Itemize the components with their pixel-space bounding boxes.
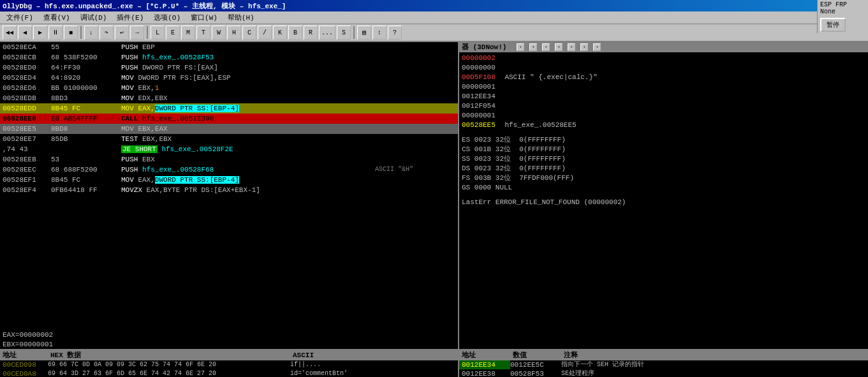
tb-S[interactable]: S [337,26,351,40]
reg-nav-left6[interactable]: ‹ [580,43,588,51]
tb-K[interactable]: K [273,26,287,40]
stack-row[interactable]: 0012EE34 0012EE5C 指向下一个 SEH 记录的指针 [459,360,868,369]
reg-edx: 00D5F108 ASCII " {.exec|calc.}" [462,73,865,82]
disasm-row[interactable]: 00528EE7 85DB TEST EBX,EBX [0,134,458,144]
hex-ascii-header: ASCII [290,350,316,360]
stack-addr-header: 地址 [459,350,510,360]
tb-sep2 [147,26,148,39]
lasterr: LastErr ERROR_FILE_NOT_FOUND (00000002) [462,198,865,207]
bottom-section: 地址 HEX 数据 ASCII 00CED098 69 66 7C 0D 0A … [0,349,868,377]
stack-pane: 地址 数值 注释 0012EE34 0012EE5C 指向下一个 SEH 记录的… [459,350,868,377]
ebx-display: EBX=00000001 [0,339,458,349]
menu-window[interactable]: 窗口(W) [186,11,223,24]
stack-val-header: 数值 [510,350,561,360]
reg-ebp: 0012F054 [462,101,865,111]
reg-nav-left3[interactable]: ‹ [542,43,550,51]
reg-nav-left5[interactable]: ‹ [568,43,575,51]
reg-eip: 00528EE5 hfs_exe_.00528EE5 [462,121,865,130]
disasm-row[interactable]: 00528ED4 64:8920 MOV DWORD PTR FS:[EAX],… [0,73,458,83]
menu-bar: 文件(F) 查看(V) 调试(D) 插件(E) 选项(O) 窗口(W) 帮助(H… [0,11,868,24]
tb-R[interactable]: R [304,26,318,40]
tb-step-over[interactable]: ↷ [99,26,114,40]
tb-step-back[interactable]: ◀ [18,26,32,40]
menu-options[interactable]: 选项(O) [149,11,186,24]
reg-gs: GS 0000 NULL [462,183,865,193]
reg-nav-left2[interactable]: ‹ [529,43,537,51]
disasm-row[interactable]: ,74 43 JE SHORT hfs_exe_.00528F2E [0,144,458,154]
tb-run[interactable]: ▶ [33,26,47,40]
tb-C[interactable]: C [242,26,256,40]
registers-body: 00000002 00000000 00D5F108 ASCII " {.exe… [459,52,868,349]
reg-fs: FS 003B 32位 7FFDF000(FFF) [462,174,865,183]
eax-display: EAX=00000002 [0,330,458,339]
tb-stop[interactable]: ■ [64,26,78,40]
tb-sep1 [80,26,82,39]
menu-debug[interactable]: 调试(D) [75,11,112,24]
tb-q[interactable]: ? [388,26,402,40]
disasm-row[interactable]: 00528EE5 8BD8 MOV EBX,EAX [0,124,458,134]
menu-view[interactable]: 查看(V) [38,11,75,24]
hex-addr-header: 地址 [0,350,48,360]
hex-row[interactable]: 00CED098 69 66 7C 0D 0A 09 09 3C 62 75 7… [0,360,458,369]
tb-W[interactable]: W [212,26,226,40]
disasm-row[interactable]: 00528ECA 55 PUSH EBP [0,42,458,52]
menu-file[interactable]: 文件(F) [1,11,38,24]
hex-header: 地址 HEX 数据 ASCII [0,350,458,360]
registers-title: 器 (3DNow!) [462,42,506,52]
toolbar: ◀◀ ◀ ▶ ⏸ ■ ↓ ↷ ↩ → L E M T W H C / K B R… [0,24,868,42]
reg-ss: SS 0023 32位 0(FFFFFFFF) [462,154,865,164]
reg-cs: CS 001B 32位 0(FFFFFFFF) [462,145,865,154]
reg-nav-left4[interactable]: ‹ [555,43,563,51]
hex-data-header: HEX 数据 [48,350,290,360]
reg-eax: 00000002 [462,54,865,63]
reg-nav-right1[interactable]: › [593,43,601,51]
reg-ebx: 00000001 [462,82,865,92]
tb-restart[interactable]: ◀◀ [3,26,17,40]
menu-plugin[interactable]: 插件(E) [112,11,149,24]
tb-H[interactable]: H [227,26,241,40]
disasm-row-current-eip[interactable]: 00528EE0 E8 AB54FFFF CALL hfs_exe_.0051E… [0,114,458,124]
menu-help[interactable]: 帮助(H) [223,11,260,24]
reg-esi: 00000001 [462,111,865,121]
tb-sep3 [353,26,355,39]
reg-esp: 0012EE34 [462,92,865,101]
tb-L[interactable]: L [151,26,165,40]
disasm-row[interactable]: 00528ECB 68 538F5200 PUSH hfs_exe_.00528… [0,52,458,63]
reg-nav-left1[interactable]: ‹ [517,43,524,51]
tb-ptr[interactable]: ↕ [372,26,386,40]
tb-run-to2[interactable]: → [130,26,144,40]
title-bar: OllyDbg – hfs.exe.unpacked_.exe – [*C.P.… [0,0,868,11]
tb-B[interactable]: B [288,26,302,40]
disasm-row[interactable]: 00528ED6 BB 01000000 MOV EBX,1 [0,83,458,93]
tb-T[interactable]: T [196,26,210,40]
stack-header: 地址 数值 注释 [459,350,868,360]
tb-slash[interactable]: / [258,26,272,40]
disasm-row[interactable]: 00528EF1 8B45 FC MOV EAX,DWORD PTR SS:[E… [0,175,458,185]
disasm-row[interactable]: 00528EF4 0FB64418 FF MOVZX EAX,BYTE PTR … [0,185,458,195]
disasm-row[interactable]: 00528EDB 8BD3 MOV EDX,EBX [0,93,458,103]
tb-grid[interactable]: ▤ [357,26,371,40]
disasm-row[interactable]: 00528EEC 68 688F5200 PUSH hfs_exe_.00528… [0,165,458,175]
reg-ecx: 00000000 [462,63,865,73]
disasm-row[interactable]: 00528ED0 64:FF30 PUSH DWORD PTR FS:[EAX] [0,63,458,73]
reg-es: ES 0023 32位 0(FFFFFFFF) [462,135,865,145]
hex-dump-pane: 地址 HEX 数据 ASCII 00CED098 69 66 7C 0D 0A … [0,350,459,377]
tb-M[interactable]: M [181,26,195,40]
registers-header: 器 (3DNow!) ‹ ‹ ‹ ‹ ‹ ‹ › [459,42,868,52]
stack-comment-header: 注释 [561,350,580,360]
tb-dots[interactable]: ... [319,26,335,40]
registers-pane: 器 (3DNow!) ‹ ‹ ‹ ‹ ‹ ‹ › 00000002 000000… [459,42,868,349]
disasm-row[interactable]: 00528EDD 8B45 FC MOV EAX,DWORD PTR SS:[E… [0,103,458,114]
tb-run-to[interactable]: ↩ [115,26,129,40]
disassembly-pane: 00528ECA 55 PUSH EBP 00528ECB 68 538F520… [0,42,459,349]
hex-row[interactable]: 00CED0A8 69 64 3D 27 63 6F 6D 65 6E 74 4… [0,369,458,377]
stack-row[interactable]: 0012EE38 00528F53 SE处理程序 [459,369,868,377]
reg-ds: DS 0023 32位 0(FFFFFFFF) [462,164,865,174]
tb-pause[interactable]: ⏸ [48,26,63,40]
title-text: OllyDbg – hfs.exe.unpacked_.exe – [*C.P.… [3,1,286,11]
disasm-row[interactable]: 00528EEB 53 PUSH EBX [0,154,458,165]
main-area: 00528ECA 55 PUSH EBP 00528ECB 68 538F520… [0,42,868,349]
disasm-table: 00528ECA 55 PUSH EBP 00528ECB 68 538F520… [0,42,458,330]
tb-E[interactable]: E [166,26,180,40]
tb-step-into[interactable]: ↓ [84,26,98,40]
